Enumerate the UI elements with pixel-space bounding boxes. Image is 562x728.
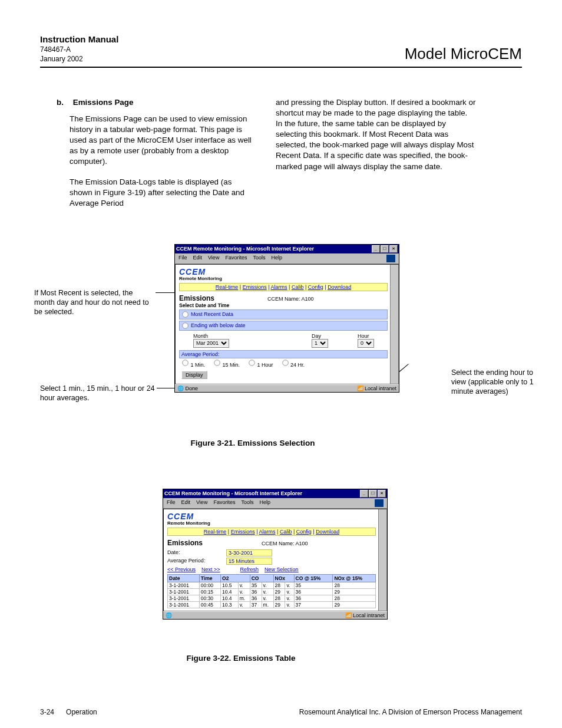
- figure-caption-2: Figure 3-22. Emissions Table: [128, 654, 353, 663]
- nav-config[interactable]: Config: [296, 529, 312, 535]
- menu-edit[interactable]: Edit: [181, 499, 191, 507]
- annotation-ending-hour: Select the ending hour to view (applicab…: [451, 368, 546, 397]
- left-column: b. Emissions Page The Emissions Page can…: [40, 97, 252, 209]
- table-row: 3-1-200100:1510.4v.36v.29v.3629: [168, 588, 376, 595]
- menu-file[interactable]: File: [178, 255, 187, 262]
- month-label: Month: [193, 333, 229, 339]
- emissions-table: Date Time O2 CO NOx CO @ 15% NOx @ 15% 3…: [167, 574, 376, 608]
- emissions-heading: Emissions: [167, 539, 203, 547]
- figure-caption-1: Figure 3-21. Emissions Selection: [140, 439, 365, 447]
- hour-select[interactable]: 0: [358, 339, 374, 348]
- section-letter: b.: [57, 97, 71, 108]
- model-name: Model MicroCEM: [405, 45, 522, 63]
- nav-realtime[interactable]: Real-time: [204, 529, 227, 535]
- col-nox15: NOx @ 15%: [333, 574, 376, 582]
- status-zone: Local intranet: [353, 612, 385, 618]
- col-co15: CO @ 15%: [294, 574, 333, 582]
- maximize-icon[interactable]: □: [381, 245, 389, 253]
- radio-most-recent[interactable]: [182, 311, 188, 317]
- ccem-name: CCEM Name: A100: [267, 296, 314, 302]
- page-number: 3-24: [40, 708, 54, 716]
- menu-favorites[interactable]: Favorites: [225, 255, 247, 262]
- nav-config[interactable]: Config: [308, 284, 323, 290]
- footer-section: Operation: [66, 708, 97, 716]
- nav-bar: Real-time | Emissions | Alarms | Calib |…: [167, 528, 376, 536]
- annotation-most-recent: If Most Recent is selected, the month da…: [34, 288, 152, 317]
- browser-window: CCEM Remote Monitoring - Microsoft Inter…: [174, 244, 399, 393]
- nav-calib[interactable]: Calib: [292, 284, 304, 290]
- nav-calib[interactable]: Calib: [280, 529, 292, 535]
- menu-tools[interactable]: Tools: [253, 255, 265, 262]
- window-title: CCEM Remote Monitoring - Microsoft Inter…: [176, 246, 314, 252]
- avg-value: 15 Minutes: [226, 558, 272, 565]
- right-column: and pressing the Display button. If desi…: [276, 97, 476, 209]
- radio-15min[interactable]: [214, 360, 220, 365]
- ccem-logo: CCEM: [167, 512, 376, 521]
- select-dt-label: Select Date and Time: [179, 302, 388, 308]
- hour-label: Hour: [358, 333, 374, 339]
- footer-company: Rosemount Analytical Inc. A Division of …: [299, 708, 522, 716]
- day-label: Day: [312, 333, 328, 339]
- ccem-name: CCEM Name: A100: [262, 541, 308, 546]
- menu-edit[interactable]: Edit: [193, 255, 203, 262]
- table-row: 3-1-200100:4510.3v.37m.29v.3729: [168, 601, 376, 608]
- emissions-heading: Emissions: [179, 294, 214, 302]
- nav-emissions[interactable]: Emissions: [231, 529, 255, 535]
- link-next[interactable]: Next >>: [201, 566, 220, 572]
- close-icon[interactable]: ×: [378, 490, 386, 498]
- page-footer: 3-24 Operation Rosemount Analytical Inc.…: [40, 708, 522, 716]
- nav-realtime[interactable]: Real-time: [216, 284, 239, 290]
- menu-help[interactable]: Help: [259, 499, 270, 507]
- ie-logo-icon: [375, 499, 384, 507]
- remote-monitoring-label: Remote Monitoring: [167, 521, 376, 526]
- close-icon[interactable]: ×: [389, 245, 398, 253]
- nav-alarms[interactable]: Alarms: [271, 284, 287, 290]
- maximize-icon[interactable]: □: [369, 490, 377, 498]
- col-nox: NOx: [273, 574, 294, 582]
- status-zone: Local intranet: [365, 386, 396, 391]
- leader-line: [156, 292, 174, 293]
- menu-view[interactable]: View: [208, 255, 219, 262]
- date-value: 3-30-2001: [226, 549, 272, 556]
- menu-help[interactable]: Help: [271, 255, 282, 262]
- col-co: CO: [250, 574, 273, 582]
- annotation-avg-period: Select 1 min., 15 min., 1 hour or 24 hou…: [40, 384, 158, 403]
- display-button[interactable]: Display: [181, 371, 207, 379]
- browser-window-2: CCEM Remote Monitoring - Microsoft Inter…: [163, 489, 388, 620]
- menu-view[interactable]: View: [196, 499, 207, 507]
- day-select[interactable]: 1: [312, 339, 328, 348]
- col-time: Time: [199, 574, 220, 582]
- avg-label: Average Period:: [167, 558, 224, 565]
- leader-line: [157, 388, 174, 388]
- menu-file[interactable]: File: [167, 499, 176, 507]
- nav-download[interactable]: Download: [316, 529, 339, 535]
- table-row: 3-1-200100:3010.4m.36v.28v.3628: [168, 595, 376, 601]
- month-select[interactable]: Mar 2001: [193, 339, 229, 348]
- nav-alarms[interactable]: Alarms: [259, 529, 276, 535]
- minimize-icon[interactable]: _: [372, 245, 380, 253]
- nav-download[interactable]: Download: [328, 284, 351, 290]
- radio-1min[interactable]: [182, 360, 188, 365]
- link-previous[interactable]: << Previous: [167, 566, 196, 572]
- link-refresh[interactable]: Refresh: [240, 566, 259, 572]
- page-header: Instruction Manual 748467-A January 2002…: [40, 34, 522, 68]
- minimize-icon[interactable]: _: [360, 490, 368, 498]
- radio-ending-date[interactable]: [182, 322, 188, 328]
- ie-logo-icon: [386, 255, 395, 262]
- scrollbar[interactable]: [390, 265, 398, 384]
- ending-label: Ending with below date: [191, 322, 246, 328]
- radio-1hour[interactable]: [249, 360, 254, 365]
- scrollbar[interactable]: [378, 509, 386, 611]
- ccem-logo: CCEM: [179, 267, 388, 276]
- date-label: Date:: [167, 549, 224, 556]
- nav-emissions[interactable]: Emissions: [243, 284, 267, 290]
- radio-24hr[interactable]: [282, 360, 288, 365]
- remote-monitoring-label: Remote Monitoring: [179, 276, 388, 281]
- col-date: Date: [168, 574, 200, 582]
- menu-favorites[interactable]: Favorites: [213, 499, 235, 507]
- window-title: CCEM Remote Monitoring - Microsoft Inter…: [164, 490, 302, 496]
- para-3: and pressing the Display button. If desi…: [276, 97, 476, 172]
- menu-tools[interactable]: Tools: [241, 499, 253, 507]
- link-new-selection[interactable]: New Selection: [265, 566, 299, 572]
- nav-bar: Real-time | Emissions | Alarms | Calib |…: [179, 283, 388, 291]
